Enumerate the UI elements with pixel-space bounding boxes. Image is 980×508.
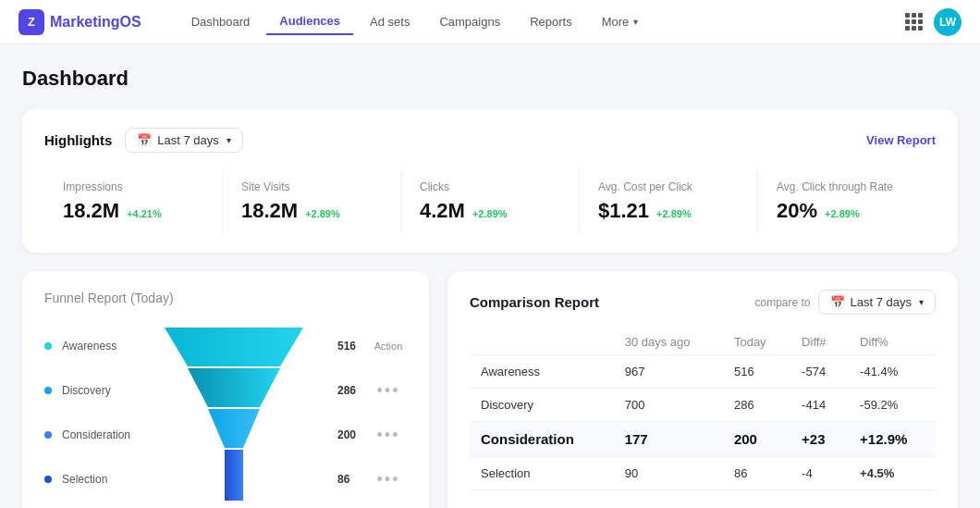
nav-more[interactable]: More ▾ bbox=[589, 9, 652, 34]
metric-change: +2.89% bbox=[305, 208, 340, 219]
col-header-label bbox=[470, 329, 614, 355]
row-diffp: -59.2% bbox=[849, 389, 936, 422]
action-dots-discovery[interactable]: ••• bbox=[370, 413, 407, 457]
row-30days: 700 bbox=[614, 389, 723, 422]
metric-value: 20% bbox=[777, 199, 817, 223]
dot-icon bbox=[44, 431, 52, 439]
row-label: Discovery bbox=[470, 389, 614, 422]
chevron-down-icon: ▾ bbox=[227, 135, 231, 145]
metric-impressions: Impressions 18.2M +4.21% bbox=[44, 169, 223, 234]
row-today: 286 bbox=[723, 389, 790, 422]
comparison-table: 30 days ago Today Diff# Diff% Awareness … bbox=[470, 329, 936, 490]
metric-change: +2.89% bbox=[656, 208, 692, 219]
row-diffn: -574 bbox=[790, 355, 849, 389]
nav-audiences[interactable]: Audiences bbox=[266, 8, 353, 35]
row-30days: 967 bbox=[614, 355, 723, 389]
funnel-title: Funnel Report (Today) bbox=[44, 290, 407, 305]
metric-site-visits: Site Visits 18.2M +2.89% bbox=[223, 169, 401, 234]
funnel-visualization bbox=[130, 320, 337, 505]
row-label: Awareness bbox=[470, 355, 614, 389]
col-header-today: Today bbox=[723, 329, 790, 355]
metric-clicks: Clicks 4.2M +2.89% bbox=[401, 169, 580, 234]
funnel-values: 516 286 200 86 bbox=[337, 320, 370, 502]
metric-label: Site Visits bbox=[241, 180, 382, 193]
table-row-highlight: Consideration 177 200 +23 +12.9% bbox=[470, 422, 936, 457]
nav-right: LW bbox=[905, 8, 962, 36]
row-diffp: -41.4% bbox=[849, 355, 936, 389]
row-diffn: +23 bbox=[790, 422, 849, 457]
row-label: Consideration bbox=[470, 422, 614, 457]
table-row: Awareness 967 516 -574 -41.4% bbox=[470, 355, 936, 389]
metric-avg-ctr: Avg. Click through Rate 20% +2.89% bbox=[758, 169, 936, 234]
metric-change: +2.89% bbox=[472, 208, 508, 219]
metric-change: +2.89% bbox=[825, 208, 860, 219]
comparison-card: Comparison Report compare to 📅 Last 7 da… bbox=[447, 271, 958, 508]
chevron-down-icon: ▾ bbox=[633, 17, 638, 27]
action-dots-awareness[interactable]: ••• bbox=[370, 368, 407, 413]
table-row: Discovery 700 286 -414 -59.2% bbox=[470, 389, 936, 422]
dot-icon bbox=[44, 342, 52, 350]
chevron-down-icon: ▾ bbox=[919, 297, 924, 307]
funnel-label-awareness: Awareness bbox=[44, 324, 130, 368]
grid-icon[interactable] bbox=[905, 13, 923, 31]
date-filter-button[interactable]: 📅 Last 7 days ▾ bbox=[125, 128, 243, 153]
calendar-icon: 📅 bbox=[830, 295, 845, 309]
action-dots-selection[interactable]: ••• bbox=[370, 502, 407, 508]
metric-value: 18.2M bbox=[63, 199, 119, 223]
row-diffp: +12.9% bbox=[849, 422, 936, 457]
metrics-row: Impressions 18.2M +4.21% Site Visits 18.… bbox=[44, 169, 936, 234]
action-header: Action bbox=[370, 324, 407, 368]
nav-dashboard[interactable]: Dashboard bbox=[178, 9, 263, 34]
dot-icon bbox=[44, 387, 52, 394]
row-label: Selection bbox=[470, 457, 614, 490]
funnel-value-discovery: 286 bbox=[337, 368, 370, 413]
nav-adsets[interactable]: Ad sets bbox=[357, 9, 423, 34]
funnel-value-awareness: 516 bbox=[337, 324, 370, 368]
navigation: Z MarketingOS Dashboard Audiences Ad set… bbox=[0, 0, 980, 44]
funnel-card: Funnel Report (Today) Awareness Discover… bbox=[22, 271, 429, 508]
calendar-icon: 📅 bbox=[137, 133, 152, 147]
page-content: Dashboard Highlights 📅 Last 7 days ▾ Vie… bbox=[0, 44, 980, 508]
highlights-card: Highlights 📅 Last 7 days ▾ View Report I… bbox=[22, 109, 958, 253]
metric-value: $1.21 bbox=[598, 199, 649, 223]
table-row: Selection 90 86 -4 +4.5% bbox=[470, 457, 936, 490]
action-dots-consideration[interactable]: ••• bbox=[370, 457, 407, 502]
metric-avg-cpc: Avg. Cost per Click $1.21 +2.89% bbox=[580, 169, 758, 234]
funnel-labels: Awareness Discovery Consideration Select… bbox=[44, 320, 130, 502]
metric-change: +4.21% bbox=[127, 208, 162, 219]
col-header-30days: 30 days ago bbox=[614, 329, 723, 355]
metric-label: Avg. Cost per Click bbox=[598, 180, 739, 193]
row-30days: 90 bbox=[614, 457, 723, 490]
nav-links: Dashboard Audiences Ad sets Campaigns Re… bbox=[178, 8, 905, 35]
row-today: 200 bbox=[723, 422, 790, 457]
col-header-diffp: Diff% bbox=[849, 329, 936, 355]
nav-campaigns[interactable]: Campaigns bbox=[426, 9, 513, 34]
comparison-header: Comparison Report compare to 📅 Last 7 da… bbox=[470, 290, 936, 315]
funnel-value-selection: 86 bbox=[337, 457, 370, 502]
metric-value: 4.2M bbox=[420, 199, 465, 223]
highlights-label: Highlights bbox=[44, 132, 112, 148]
comparison-title: Comparison Report bbox=[470, 294, 599, 310]
metric-label: Clicks bbox=[420, 180, 560, 193]
page-title: Dashboard bbox=[22, 67, 958, 91]
row-diffn: -414 bbox=[790, 389, 849, 422]
bottom-row: Funnel Report (Today) Awareness Discover… bbox=[22, 271, 958, 508]
comparison-filter: compare to 📅 Last 7 days ▾ bbox=[754, 290, 936, 315]
view-report-link[interactable]: View Report bbox=[866, 133, 936, 147]
funnel-label-consideration: Consideration bbox=[44, 413, 130, 457]
dot-icon bbox=[44, 476, 52, 483]
comparison-date-button[interactable]: 📅 Last 7 days ▾ bbox=[818, 290, 937, 315]
metric-label: Impressions bbox=[63, 180, 203, 193]
col-header-diffn: Diff# bbox=[790, 329, 849, 355]
nav-reports[interactable]: Reports bbox=[517, 9, 585, 34]
funnel-label-discovery: Discovery bbox=[44, 368, 130, 413]
metric-value: 18.2M bbox=[241, 199, 298, 223]
logo: Z MarketingOS bbox=[18, 9, 141, 35]
logo-icon: Z bbox=[18, 9, 44, 35]
row-diffn: -4 bbox=[790, 457, 849, 490]
row-today: 516 bbox=[723, 355, 790, 389]
row-diffp: +4.5% bbox=[849, 457, 936, 490]
row-today: 86 bbox=[723, 457, 790, 490]
avatar[interactable]: LW bbox=[934, 8, 962, 36]
funnel-label-selection: Selection bbox=[44, 457, 130, 502]
